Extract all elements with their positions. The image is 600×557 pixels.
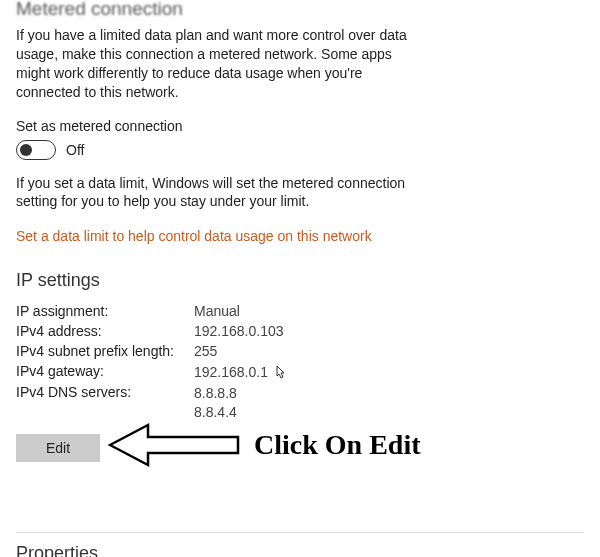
ipv4-prefix-value: 255 [194,343,584,359]
ipv4-dns-value: 8.8.8.8 8.8.4.4 [194,384,584,422]
ipv4-gateway-label: IPv4 gateway: [16,363,194,380]
metered-toggle[interactable] [16,140,56,160]
ip-assignment-value: Manual [194,303,584,319]
ip-assignment-label: IP assignment: [16,303,194,319]
ipv4-address-value: 192.168.0.103 [194,323,584,339]
ipv4-address-label: IPv4 address: [16,323,194,339]
ip-settings-title: IP settings [16,270,584,291]
ipv4-dns-label: IPv4 DNS servers: [16,384,194,422]
properties-title: Properties [16,543,584,557]
set-data-limit-link[interactable]: Set a data limit to help control data us… [16,228,372,244]
toggle-knob [20,144,32,156]
metered-toggle-state: Off [66,142,84,158]
arrow-left-icon [108,420,248,470]
metered-connection-title: Metered connection [16,0,584,20]
metered-description: If you have a limited data plan and want… [16,26,416,102]
ipv4-prefix-label: IPv4 subnet prefix length: [16,343,194,359]
data-limit-description: If you set a data limit, Windows will se… [16,174,416,212]
divider [16,532,584,533]
metered-toggle-label: Set as metered connection [16,118,584,134]
ipv4-gateway-value: 192.168.0.1 [194,363,584,380]
edit-button[interactable]: Edit [16,434,100,462]
ip-settings-grid: IP assignment: Manual IPv4 address: 192.… [16,303,584,422]
cursor-icon [276,365,286,379]
annotation-arrow-group: Click On Edit [108,420,420,470]
annotation-text: Click On Edit [254,429,420,461]
